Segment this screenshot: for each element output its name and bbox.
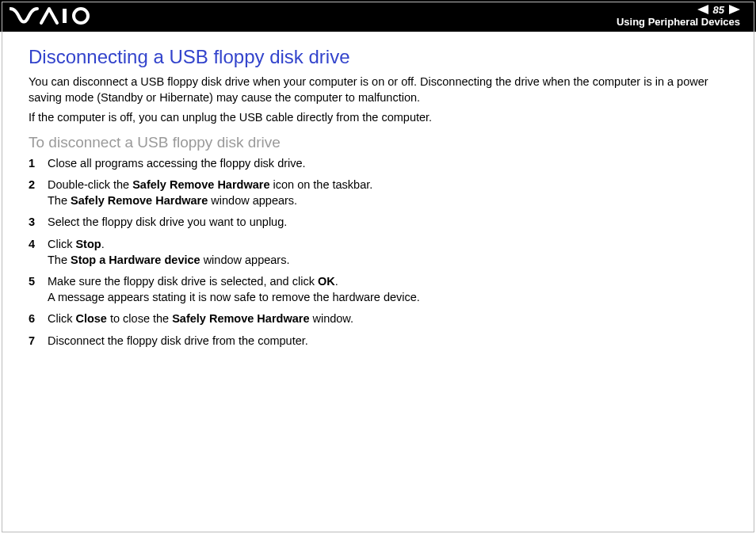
step-text: Disconnect the floppy disk drive from th…: [48, 334, 308, 349]
intro-paragraph-1: You can disconnect a USB floppy disk dri…: [29, 74, 727, 105]
step-text: Select the floppy disk drive you want to…: [48, 215, 287, 231]
bold-term: OK: [318, 275, 335, 288]
step-item: Click Stop.The Stop a Hardware device wi…: [29, 237, 727, 268]
subheading: To disconnect a USB floppy disk drive: [29, 134, 727, 151]
page-content: Disconnecting a USB floppy disk drive Yo…: [0, 32, 756, 349]
page-heading: Disconnecting a USB floppy disk drive: [29, 46, 727, 68]
svg-marker-2: [697, 5, 708, 14]
next-page-arrow-icon[interactable]: [729, 5, 740, 17]
step-item: Select the floppy disk drive you want to…: [29, 215, 727, 231]
step-item: Close all programs accessing the floppy …: [29, 156, 727, 172]
header-right: 85 Using Peripheral Devices: [617, 5, 740, 27]
step-item: Disconnect the floppy disk drive from th…: [29, 334, 727, 349]
vaio-logo: [10, 6, 97, 25]
step-text: Click Stop.The Stop a Hardware device wi…: [48, 237, 289, 268]
section-title: Using Peripheral Devices: [617, 17, 740, 28]
step-item: Make sure the floppy disk drive is selec…: [29, 274, 727, 305]
bold-term: Stop: [75, 238, 101, 250]
page-number: 85: [713, 5, 724, 16]
step-text: Click Close to close the Safely Remove H…: [48, 311, 353, 327]
bold-term: Safely Remove Hardware: [71, 194, 208, 207]
step-item: Double-click the Safely Remove Hardware …: [29, 177, 727, 208]
step-text: Double-click the Safely Remove Hardware …: [48, 177, 372, 208]
bold-term: Stop a Hardware device: [71, 254, 200, 266]
step-text: Make sure the floppy disk drive is selec…: [48, 274, 420, 305]
prev-page-arrow-icon[interactable]: [697, 5, 708, 17]
bold-term: Close: [75, 312, 107, 325]
step-item: Click Close to close the Safely Remove H…: [29, 311, 727, 327]
bold-term: Safely Remove Hardware: [132, 178, 269, 191]
page-nav: 85: [697, 5, 740, 17]
step-text: Close all programs accessing the floppy …: [48, 156, 306, 172]
header-bar: 85 Using Peripheral Devices: [0, 0, 756, 32]
intro-paragraph-2: If the computer is off, you can unplug t…: [29, 110, 727, 126]
svg-marker-3: [729, 5, 740, 14]
steps-list: Close all programs accessing the floppy …: [29, 156, 727, 349]
svg-point-1: [74, 9, 88, 23]
svg-rect-0: [63, 9, 67, 23]
bold-term: Safely Remove Hardware: [172, 312, 309, 325]
